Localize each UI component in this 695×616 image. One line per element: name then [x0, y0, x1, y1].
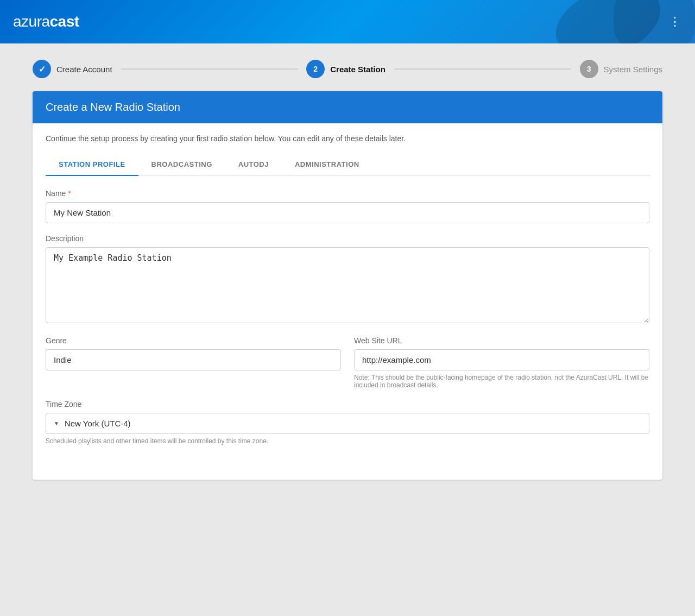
- genre-website-row: Genre Web Site URL Note: This should be …: [46, 336, 649, 400]
- card-body: Continue the setup process by creating y…: [33, 123, 662, 480]
- tab-broadcasting[interactable]: BROADCASTING: [138, 154, 225, 176]
- website-label: Web Site URL: [354, 336, 649, 345]
- logo-cast: cast: [50, 13, 79, 30]
- website-col: Web Site URL Note: This should be the pu…: [354, 336, 649, 400]
- timezone-value: New York (UTC-4): [65, 419, 131, 428]
- genre-input[interactable]: [46, 349, 341, 370]
- name-input[interactable]: [46, 202, 649, 223]
- step-1-label: Create Account: [56, 65, 112, 74]
- logo: azuracast: [13, 13, 79, 30]
- timezone-select[interactable]: ▼ New York (UTC-4): [46, 413, 649, 434]
- tabs: STATION PROFILE BROADCASTING AUTODJ ADMI…: [46, 154, 649, 176]
- step-3: 3 System Settings: [580, 60, 662, 78]
- tab-autodj[interactable]: AUTODJ: [225, 154, 282, 176]
- step-2: 2 Create Station: [306, 60, 386, 78]
- main-card: Create a New Radio Station Continue the …: [33, 91, 662, 480]
- step-2-number: 2: [313, 65, 318, 73]
- website-hint: Note: This should be the public-facing h…: [354, 374, 649, 389]
- genre-group: Genre: [46, 336, 341, 370]
- tab-station-profile[interactable]: STATION PROFILE: [46, 154, 138, 176]
- name-group: Name*: [46, 189, 649, 223]
- app-header: azuracast ⋮: [0, 0, 695, 43]
- header-menu-icon[interactable]: ⋮: [669, 15, 682, 29]
- step-3-label: System Settings: [604, 65, 662, 74]
- website-group: Web Site URL Note: This should be the pu…: [354, 336, 649, 389]
- description-group: Description: [46, 234, 649, 325]
- main-content: ✓ Create Account 2 Create Station 3 Syst…: [0, 43, 695, 496]
- stepper: ✓ Create Account 2 Create Station 3 Syst…: [33, 60, 662, 78]
- card-header: Create a New Radio Station: [33, 91, 662, 123]
- step-2-circle: 2: [306, 60, 325, 78]
- step-1-checkmark: ✓: [39, 64, 46, 74]
- description-textarea[interactable]: [46, 247, 649, 323]
- step-2-label: Create Station: [330, 65, 386, 74]
- step-line-2: [394, 68, 571, 70]
- genre-col: Genre: [46, 336, 341, 400]
- description-label: Description: [46, 234, 649, 243]
- required-star: *: [68, 189, 71, 198]
- timezone-hint: Scheduled playlists and other timed item…: [46, 437, 649, 445]
- card-title: Create a New Radio Station: [46, 101, 649, 114]
- genre-label: Genre: [46, 336, 341, 345]
- step-3-number: 3: [587, 65, 591, 73]
- timezone-label: Time Zone: [46, 400, 649, 408]
- name-label: Name*: [46, 189, 649, 198]
- timezone-group: Time Zone ▼ New York (UTC-4) Scheduled p…: [46, 400, 649, 445]
- step-1: ✓ Create Account: [33, 60, 112, 78]
- logo-azura: azura: [13, 13, 50, 30]
- website-input[interactable]: [354, 349, 649, 370]
- card-description: Continue the setup process by creating y…: [46, 134, 649, 143]
- step-line-1: [121, 68, 298, 70]
- tab-administration[interactable]: ADMINISTRATION: [282, 154, 372, 176]
- station-profile-form: Name* Description Genre: [46, 176, 649, 469]
- step-3-circle: 3: [580, 60, 598, 78]
- step-1-circle: ✓: [33, 60, 51, 78]
- dropdown-arrow-icon: ▼: [54, 420, 59, 426]
